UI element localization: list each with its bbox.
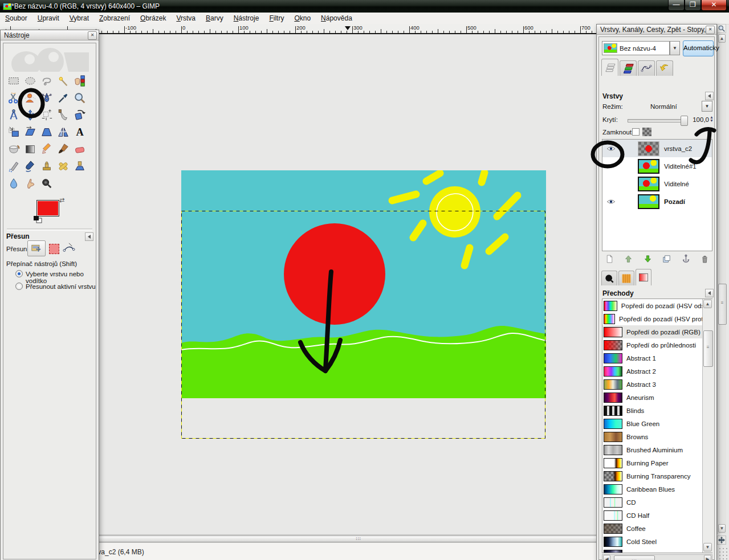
tab-undo-history[interactable]: [656, 60, 673, 76]
layer-row-Viditelné#1[interactable]: Viditelné#1: [602, 157, 712, 175]
tab-layers[interactable]: [601, 59, 618, 76]
gradient-row[interactable]: Abstract 2: [602, 365, 712, 378]
opacity-value[interactable]: 100,0: [691, 116, 709, 123]
tool-pencil[interactable]: [38, 141, 55, 158]
swap-colors-icon[interactable]: ⇄: [59, 197, 68, 204]
tool-airbrush[interactable]: [5, 158, 22, 175]
gradient-row[interactable]: Cold Steel: [602, 535, 712, 548]
layer-name[interactable]: Viditelné: [664, 181, 689, 187]
lower-layer-button[interactable]: [640, 253, 655, 264]
canvas-navigation-button[interactable]: [717, 536, 726, 545]
tab-channels[interactable]: [620, 60, 637, 76]
vertical-scrollbar[interactable]: ▲ ≡ ▼: [717, 33, 726, 534]
menu-filtry[interactable]: Filtry: [264, 13, 289, 24]
menu-napoveda[interactable]: Nápověda: [316, 13, 357, 24]
dock-hscroll-thumb[interactable]: ⁞⁞⁞: [614, 555, 655, 560]
auto-follow-button[interactable]: Automaticky: [683, 40, 714, 56]
tool-dodge-burn[interactable]: [38, 175, 55, 193]
tool-measure[interactable]: [5, 107, 22, 124]
tool-free-select[interactable]: [38, 73, 55, 90]
tool-scale[interactable]: [5, 124, 22, 141]
menu-zobrazeni[interactable]: Zobrazení: [94, 13, 135, 24]
menu-vrstva[interactable]: Vrstva: [171, 13, 201, 24]
toolbox-close-icon[interactable]: ✕: [88, 31, 97, 40]
foreground-color-swatch[interactable]: [36, 200, 59, 216]
gradient-scroll-down[interactable]: ▼: [703, 543, 712, 551]
gradient-row[interactable]: Brushed Aluminium: [602, 443, 712, 456]
scroll-up-button[interactable]: ▲: [718, 34, 726, 43]
gradient-row[interactable]: Popředí do pozadí (HSV proti sr: [602, 312, 712, 325]
tool-scissors-select[interactable]: [5, 90, 22, 107]
opacity-slider-handle[interactable]: [681, 116, 688, 126]
eye-icon[interactable]: [602, 144, 620, 153]
tool-eraser[interactable]: [71, 141, 88, 158]
tool-blur[interactable]: [5, 175, 22, 193]
tool-rotate[interactable]: [71, 107, 88, 124]
menu-upravit[interactable]: Upravit: [32, 13, 64, 24]
move-layer-button[interactable]: [27, 240, 46, 256]
opacity-spinner[interactable]: ▲▼: [710, 116, 714, 122]
tool-select-by-color[interactable]: [71, 73, 88, 90]
layer-name[interactable]: vrstva_c2: [664, 145, 692, 152]
radio-move-active-layer[interactable]: [15, 283, 23, 290]
gradient-row[interactable]: Browns: [602, 430, 712, 443]
lock-alpha-checkbox[interactable]: [632, 128, 640, 136]
opacity-slider[interactable]: [628, 119, 685, 122]
tool-smudge[interactable]: [22, 175, 38, 193]
tool-foreground-select[interactable]: [22, 90, 38, 107]
menu-soubor[interactable]: Soubor: [0, 13, 32, 24]
tab-paths[interactable]: [638, 60, 655, 76]
gradient-scroll-up[interactable]: ▲: [703, 300, 712, 308]
dock-horizontal-scrollbar[interactable]: ◀ ▶ ⁞⁞⁞: [602, 554, 712, 560]
move-selection-button[interactable]: [49, 244, 59, 254]
tool-paths[interactable]: [38, 90, 55, 107]
layers-collapse-button[interactable]: [705, 92, 714, 100]
tool-perspective[interactable]: [38, 124, 55, 141]
gradient-row[interactable]: Burning Transparency: [602, 469, 712, 483]
scroll-down-button[interactable]: ▼: [718, 524, 726, 533]
tool-blend[interactable]: [22, 141, 38, 158]
tab-brushes[interactable]: [601, 271, 617, 285]
anchor-layer-button[interactable]: [678, 253, 693, 264]
tool-color-picker[interactable]: [55, 90, 71, 107]
new-layer-button[interactable]: [602, 253, 617, 264]
raise-layer-button[interactable]: [621, 253, 636, 264]
default-colors-icon[interactable]: [34, 216, 42, 224]
gradient-row[interactable]: Cold Steel 2: [602, 548, 712, 553]
dock-titlebar[interactable]: Vrstvy, Kanály, Cesty, Zpět - Stopy,... …: [597, 24, 716, 35]
delete-layer-button[interactable]: [698, 253, 712, 264]
tool-zoom[interactable]: [71, 90, 88, 107]
menu-obrazek[interactable]: Obrázek: [135, 13, 171, 24]
collapse-options-button[interactable]: [85, 232, 93, 241]
image-combo-dropdown-icon[interactable]: ▼: [670, 41, 680, 55]
gradient-row[interactable]: CD: [602, 496, 712, 509]
tab-patterns[interactable]: [618, 271, 634, 285]
eye-icon[interactable]: [602, 197, 620, 206]
layer-row-Pozadí[interactable]: Pozadí: [602, 193, 712, 210]
gradient-row[interactable]: Blinds: [602, 404, 712, 417]
gradients-collapse-button[interactable]: [705, 289, 714, 297]
tool-text[interactable]: A: [71, 124, 88, 141]
gradient-row[interactable]: Burning Paper: [602, 456, 712, 469]
tool-paintbrush[interactable]: [55, 141, 71, 158]
menu-vybrat[interactable]: Vybrat: [64, 13, 94, 24]
image-canvas[interactable]: [181, 170, 546, 444]
tool-flip[interactable]: [55, 124, 71, 141]
mode-value[interactable]: Normální: [650, 103, 677, 110]
tool-bucket-fill[interactable]: [5, 141, 22, 158]
minimize-button[interactable]: —: [668, 0, 685, 11]
radio-pick-layer-guide[interactable]: [15, 270, 23, 277]
gradient-scrollbar[interactable]: ▲ ▼ ≡: [702, 299, 712, 553]
gradient-row[interactable]: Blue Green: [602, 417, 712, 430]
dock-scroll-right[interactable]: ▶: [704, 555, 711, 560]
zoom-follow-window-icon[interactable]: [717, 24, 726, 33]
dock-close-icon[interactable]: ✕: [706, 26, 715, 34]
tab-gradients[interactable]: [636, 269, 651, 285]
tool-heal[interactable]: [55, 158, 71, 175]
tool-clone[interactable]: [38, 158, 55, 175]
restore-button[interactable]: ❐: [685, 0, 701, 11]
gradient-row[interactable]: Abstract 1: [602, 351, 712, 365]
gradient-row[interactable]: Popředí do pozadí (HSV odstín: [602, 299, 712, 312]
tool-shear[interactable]: [22, 124, 38, 141]
gradient-row[interactable]: Popředí do průhlednosti: [602, 338, 712, 351]
